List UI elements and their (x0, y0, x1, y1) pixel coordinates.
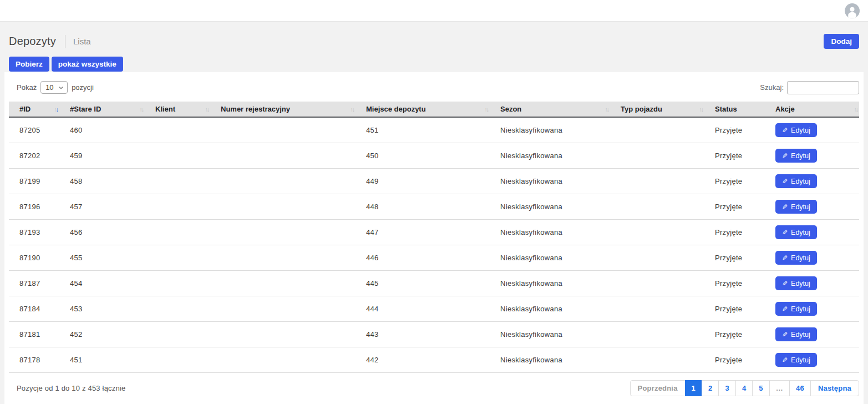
cell-typ-pojazdu (610, 347, 704, 373)
pencil-icon: ✎ (782, 255, 788, 261)
toolbar: Pobierz pokaż wszystkie (9, 57, 859, 72)
cell-miejsce-depozytu: 444 (356, 296, 490, 322)
table-row: 87199 458 449 Niesklasyfikowana Przyjęte… (9, 169, 859, 194)
edit-button[interactable]: ✎ Edytuj (775, 251, 817, 265)
cell-sezon: Niesklasyfikowana (490, 117, 610, 143)
column-header[interactable]: Miejsce depozytu ↑↓ (356, 102, 490, 117)
cell-klient (145, 169, 210, 194)
table-row: 87205 460 451 Niesklasyfikowana Przyjęte… (9, 117, 859, 143)
pagination-page-button[interactable]: 4 (735, 380, 753, 396)
table-row: 87196 457 448 Niesklasyfikowana Przyjęte… (9, 194, 859, 220)
pagination-page-button[interactable]: 1 (685, 380, 702, 396)
column-header-label: #ID (19, 105, 31, 113)
table-card: Pokaż 10 pozycji Szukaj: #ID ↑↓ #Stare I… (4, 72, 864, 404)
cell-old-id: 454 (59, 271, 145, 296)
pagination-previous-button: Poprzednia (630, 380, 686, 396)
cell-numer-rejestracyjny (210, 117, 356, 143)
cell-klient (145, 117, 210, 143)
search-label: Szukaj: (760, 83, 784, 92)
cell-sezon: Niesklasyfikowana (490, 194, 610, 220)
cell-miejsce-depozytu: 448 (356, 194, 490, 220)
column-header[interactable]: Klient ↑↓ (145, 102, 210, 117)
edit-button-label: Edytuj (791, 305, 810, 313)
pencil-icon: ✎ (782, 127, 788, 134)
cell-id: 87178 (9, 347, 59, 373)
column-header[interactable]: Numer rejestracyjny ↑↓ (210, 102, 356, 117)
show-all-button[interactable]: pokaż wszystkie (52, 57, 123, 72)
cell-numer-rejestracyjny (210, 169, 356, 194)
edit-button[interactable]: ✎ Edytuj (775, 174, 817, 188)
cell-old-id: 453 (59, 296, 145, 322)
cell-sezon: Niesklasyfikowana (490, 347, 610, 373)
edit-button[interactable]: ✎ Edytuj (775, 353, 817, 367)
column-header[interactable]: Sezon ↑↓ (490, 102, 610, 117)
cell-miejsce-depozytu: 443 (356, 322, 490, 347)
column-header[interactable]: #ID ↑↓ (9, 102, 59, 117)
cell-klient (145, 220, 210, 245)
edit-button-label: Edytuj (791, 203, 810, 211)
page-length-control: Pokaż 10 pozycji (17, 81, 94, 94)
column-header-label: #Stare ID (70, 105, 101, 113)
column-header: Status (704, 102, 765, 117)
cell-sezon: Niesklasyfikowana (490, 296, 610, 322)
edit-button[interactable]: ✎ Edytuj (775, 123, 817, 137)
sort-icon: ↑↓ (140, 106, 144, 113)
edit-button[interactable]: ✎ Edytuj (775, 149, 817, 163)
sort-icon: ↑↓ (351, 106, 354, 113)
pagination-page-button[interactable]: 5 (752, 380, 769, 396)
page-length-select[interactable]: 10 (40, 81, 68, 94)
cell-akcje: ✎ Edytuj (765, 245, 859, 271)
pagination-page-button[interactable]: 2 (702, 380, 719, 396)
edit-button[interactable]: ✎ Edytuj (775, 327, 817, 341)
cell-klient (145, 296, 210, 322)
table-header-row: #ID ↑↓ #Stare ID ↑↓ Klient ↑↓ Numer reje… (9, 102, 859, 117)
add-button[interactable]: Dodaj (824, 34, 859, 49)
cell-sezon: Niesklasyfikowana (490, 143, 610, 169)
cell-id: 87181 (9, 322, 59, 347)
cell-status: Przyjęte (704, 117, 765, 143)
column-header[interactable]: #Stare ID ↑↓ (59, 102, 145, 117)
cell-akcje: ✎ Edytuj (765, 220, 859, 245)
cell-status: Przyjęte (704, 347, 765, 373)
cell-numer-rejestracyjny (210, 194, 356, 220)
cell-id: 87193 (9, 220, 59, 245)
pagination-ellipsis: … (769, 380, 790, 396)
edit-button[interactable]: ✎ Edytuj (775, 302, 817, 316)
sort-icon: ↑↓ (605, 106, 609, 113)
search-control: Szukaj: (760, 81, 859, 94)
length-label-before: Pokaż (17, 83, 37, 92)
pencil-icon: ✎ (782, 280, 788, 287)
cell-status: Przyjęte (704, 169, 765, 194)
table-row: 87193 456 447 Niesklasyfikowana Przyjęte… (9, 220, 859, 245)
edit-button-label: Edytuj (791, 152, 810, 160)
cell-sezon: Niesklasyfikowana (490, 169, 610, 194)
edit-button[interactable]: ✎ Edytuj (775, 225, 817, 239)
page-title: Depozyty (9, 35, 56, 48)
cell-old-id: 459 (59, 143, 145, 169)
cell-akcje: ✎ Edytuj (765, 296, 859, 322)
pagination-page-button[interactable]: 3 (718, 380, 735, 396)
edit-button[interactable]: ✎ Edytuj (775, 276, 817, 290)
table-row: 87202 459 450 Niesklasyfikowana Przyjęte… (9, 143, 859, 169)
cell-numer-rejestracyjny (210, 322, 356, 347)
table-row: 87190 455 446 Niesklasyfikowana Przyjęte… (9, 245, 859, 271)
search-input[interactable] (787, 81, 859, 94)
cell-klient (145, 322, 210, 347)
pagination-next-button[interactable]: Następna (810, 380, 859, 396)
pagination-page-button[interactable]: 46 (789, 380, 811, 396)
cell-typ-pojazdu (610, 220, 704, 245)
column-header[interactable]: Typ pojazdu ↑↓ (610, 102, 704, 117)
cell-miejsce-depozytu: 446 (356, 245, 490, 271)
cell-typ-pojazdu (610, 117, 704, 143)
table-row: 87181 452 443 Niesklasyfikowana Przyjęte… (9, 322, 859, 347)
cell-miejsce-depozytu: 445 (356, 271, 490, 296)
column-header[interactable]: Akcje ↑↓ (765, 102, 859, 117)
user-avatar[interactable] (845, 3, 860, 18)
cell-akcje: ✎ Edytuj (765, 194, 859, 220)
cell-numer-rejestracyjny (210, 220, 356, 245)
edit-button[interactable]: ✎ Edytuj (775, 200, 817, 214)
cell-akcje: ✎ Edytuj (765, 322, 859, 347)
download-button[interactable]: Pobierz (9, 57, 49, 72)
cell-status: Przyjęte (704, 296, 765, 322)
cell-miejsce-depozytu: 451 (356, 117, 490, 143)
